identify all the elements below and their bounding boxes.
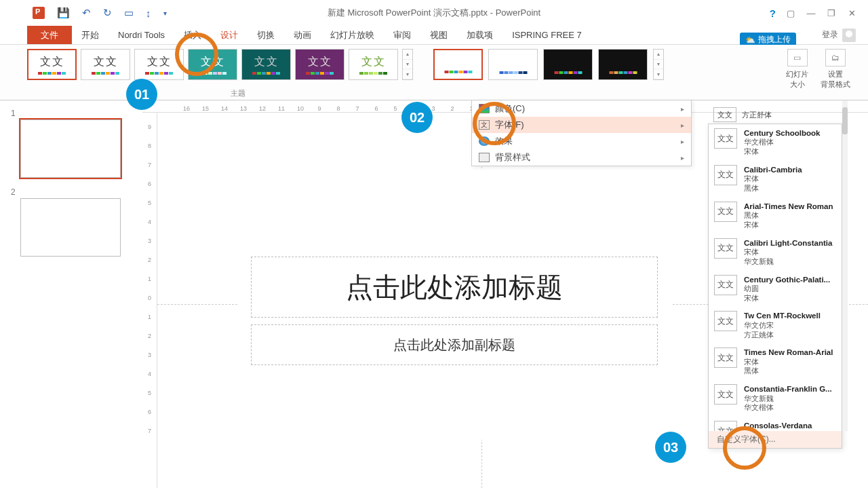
theme-7[interactable]: 文文 [349, 49, 398, 80]
theme-6[interactable]: 文文 [295, 49, 344, 80]
tab-addins[interactable]: 加载项 [457, 26, 502, 44]
restore-icon[interactable]: ❐ [823, 5, 840, 20]
save-icon[interactable]: 💾 [57, 7, 70, 19]
font-preview-icon: 文文 [714, 165, 737, 185]
variant-3[interactable] [543, 49, 593, 80]
font-option[interactable]: 文文Century Schoolbook华文楷体宋体 [709, 124, 842, 161]
tab-slideshow[interactable]: 幻灯片放映 [321, 26, 384, 44]
annotation-03: 03 [655, 432, 686, 463]
font-option[interactable]: 文文Century Gothic-Palati...幼圆宋体 [709, 271, 842, 307]
login-label: 登录 [822, 29, 838, 41]
annotation-ring-3 [723, 426, 766, 470]
theme-office[interactable]: 文文 [27, 49, 77, 80]
theme-5[interactable]: 文文 [241, 49, 291, 80]
font-preview-icon: 文文 [713, 107, 736, 122]
format-background-button[interactable]: 🗂设置 背景格式 [821, 49, 850, 90]
font-preview-icon: 文文 [714, 348, 737, 368]
window-controls: ? ▢ — ❐ ✕ [770, 5, 868, 20]
variant-1[interactable] [433, 49, 483, 80]
font-preview-icon: 文文 [714, 384, 737, 405]
font-preview-icon: 文文 [714, 238, 737, 259]
annotation-ring-1 [175, 33, 218, 76]
menu-background[interactable]: 背景样式▸ [472, 149, 691, 166]
slide-canvas[interactable]: 点击此处添加标题 点击此处添加副标题 [237, 168, 671, 440]
font-option[interactable]: 文文Constantia-Franklin G...华文新魏华文楷体 [709, 380, 842, 417]
upload-label: 拖拽上传 [758, 34, 791, 45]
font-preview-icon: 文文 [714, 275, 737, 295]
slide-size-icon: ▭ [787, 49, 808, 67]
variant-4[interactable] [598, 49, 648, 80]
font-row-top[interactable]: 文文 方正舒体 [708, 107, 842, 122]
fonts-scrollbar[interactable] [842, 100, 848, 431]
account-area[interactable]: 登录 [822, 26, 868, 44]
slide-number-1: 1 [11, 109, 142, 118]
close-icon[interactable]: ✕ [844, 5, 860, 20]
themes-gallery: 文文 文文 文文 文文 文文 文文 文文 ▴▾▾ [27, 49, 413, 80]
theme-2[interactable]: 文文 [81, 49, 130, 80]
slide-thumbnails-panel: 1 2 [0, 100, 142, 488]
font-option[interactable]: 文文Tw Cen MT-Rockwell华文仿宋方正姚体 [709, 307, 842, 343]
chevron-right-icon: ▸ [681, 121, 684, 129]
chevron-right-icon: ▸ [681, 105, 684, 113]
tab-review[interactable]: 审阅 [384, 26, 420, 44]
slide-size-button[interactable]: ▭幻灯片 大小 [786, 49, 808, 90]
tab-file[interactable]: 文件 [27, 26, 72, 44]
upload-icon: ⛅ [745, 35, 755, 45]
tab-home[interactable]: 开始 [72, 26, 108, 44]
tab-animations[interactable]: 动画 [284, 26, 321, 44]
font-preview-icon: 文文 [714, 202, 737, 222]
slide-thumb-2[interactable] [20, 198, 121, 257]
title-bar: 💾 ↶ ↻ ▭ ↕ ▾ 新建 Microsoft PowerPoint 演示文稿… [0, 0, 868, 26]
background-icon [479, 153, 490, 162]
variants-gallery: ▴▾▾ [433, 49, 664, 80]
font-option[interactable]: 文文Arial-Times New Roman黑体宋体 [709, 198, 842, 234]
ribbon-tabs: 文件 开始 Nordri Tools 插入 设计 切换 动画 幻灯片放映 审阅 … [0, 26, 868, 45]
tab-view[interactable]: 视图 [420, 26, 457, 44]
font-preview-icon: 文文 [714, 311, 737, 331]
annotation-02: 02 [401, 102, 433, 133]
ribbon-right-group: ▭幻灯片 大小 🗂设置 背景格式 [786, 49, 863, 90]
annotation-01: 01 [126, 79, 157, 110]
annotation-ring-2 [473, 102, 516, 145]
themes-more-button[interactable]: ▴▾▾ [402, 49, 413, 80]
slide-number-2: 2 [11, 187, 142, 197]
chevron-right-icon: ▸ [681, 154, 684, 162]
touch-mode-icon[interactable]: ↕ [146, 7, 151, 19]
quick-access-toolbar: 💾 ↶ ↻ ▭ ↕ ▾ [0, 7, 167, 19]
variant-2[interactable] [488, 49, 538, 80]
font-option[interactable]: 文文Calibri Light-Constantia宋体华文新魏 [709, 234, 842, 271]
minimize-icon[interactable]: — [803, 5, 819, 20]
subtitle-placeholder[interactable]: 点击此处添加副标题 [251, 324, 658, 365]
ribbon-options-icon[interactable]: ▢ [783, 5, 799, 20]
tab-nordri[interactable]: Nordri Tools [108, 26, 174, 44]
slide-thumb-1[interactable] [20, 119, 121, 178]
fonts-flyout: 文文Century Schoolbook华文楷体宋体文文Calibri-Camb… [708, 124, 842, 449]
font-option[interactable]: 文文Times New Roman-Arial宋体黑体 [709, 343, 842, 380]
redo-icon[interactable]: ↻ [103, 7, 112, 19]
tab-design[interactable]: 设计 [211, 26, 248, 44]
scrollbar-thumb[interactable] [842, 107, 848, 134]
powerpoint-icon [33, 7, 45, 19]
start-from-beginning-icon[interactable]: ▭ [124, 7, 134, 19]
group-themes-label: 主题 [231, 88, 245, 98]
format-background-icon: 🗂 [825, 49, 846, 67]
font-preview-icon: 文文 [714, 128, 737, 149]
tab-ispring[interactable]: ISPRING FREE 7 [502, 26, 591, 44]
undo-icon[interactable]: ↶ [82, 7, 91, 19]
font-option[interactable]: 文文Calibri-Cambria宋体黑体 [709, 161, 842, 198]
variants-more-button[interactable]: ▴▾▾ [653, 49, 664, 80]
title-placeholder[interactable]: 点击此处添加标题 [251, 257, 658, 318]
ruler-vertical: 98765432101234567 [142, 113, 157, 488]
help-icon[interactable]: ? [770, 7, 776, 19]
qat-more-icon[interactable]: ▾ [163, 10, 167, 17]
avatar-icon [842, 29, 856, 42]
chevron-right-icon: ▸ [681, 138, 684, 145]
window-title: 新建 Microsoft PowerPoint 演示文稿.pptx - Powe… [328, 7, 540, 19]
tab-transitions[interactable]: 切换 [248, 26, 284, 44]
